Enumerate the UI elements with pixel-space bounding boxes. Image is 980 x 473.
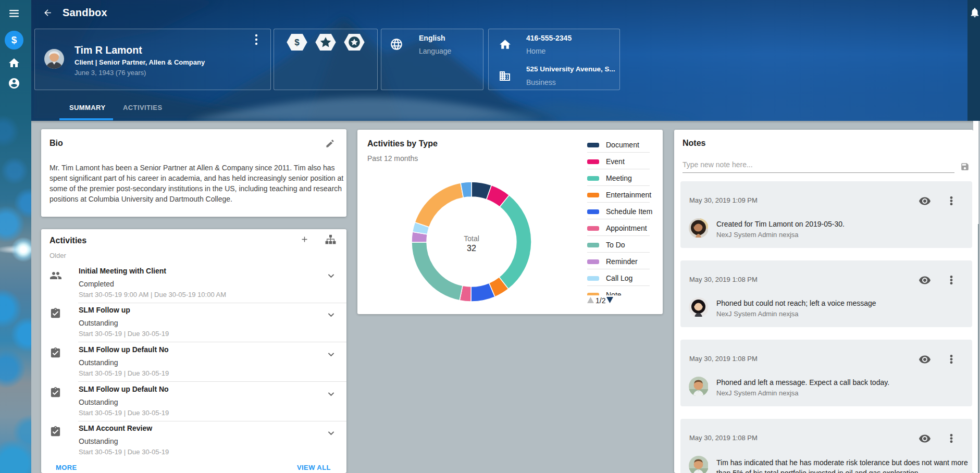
svg-text:$: $ bbox=[294, 38, 300, 47]
